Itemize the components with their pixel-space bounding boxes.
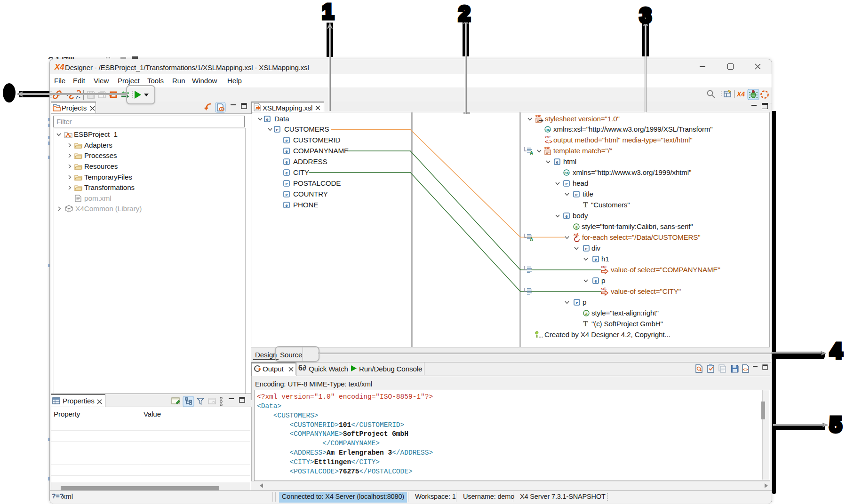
svg-text:e: e: [286, 202, 288, 208]
svg-text:e: e: [286, 170, 288, 175]
svg-text:e: e: [575, 191, 578, 197]
svg-text:e: e: [286, 159, 288, 165]
svg-text:xsl:: xsl:: [601, 265, 607, 268]
svg-text:<>: <>: [743, 367, 748, 372]
svg-text:e: e: [276, 126, 279, 132]
svg-text:e: e: [576, 299, 578, 305]
svg-text:e: e: [286, 191, 288, 197]
svg-text:e: e: [566, 213, 568, 219]
svg-text:e: e: [286, 137, 288, 143]
svg-text:e: e: [566, 181, 568, 186]
svg-text:xsl:: xsl:: [544, 146, 550, 150]
svg-text:e: e: [266, 116, 269, 122]
svg-text:e: e: [585, 245, 588, 251]
svg-text:xsl:: xsl:: [535, 114, 541, 118]
svg-text:a: a: [575, 225, 578, 229]
svg-text:e: e: [595, 256, 597, 262]
svg-text:ns: ns: [564, 171, 569, 175]
svg-text:e: e: [595, 278, 597, 284]
svg-text:A: A: [530, 237, 533, 242]
svg-text:xsl:: xsl:: [545, 135, 551, 139]
svg-text:a: a: [585, 311, 588, 315]
svg-text:A: A: [530, 150, 533, 155]
svg-text:X4: X4: [736, 90, 745, 98]
svg-text:e: e: [286, 148, 288, 154]
svg-text:xsl:: xsl:: [574, 233, 579, 236]
svg-text:<.>: <.>: [545, 139, 552, 144]
svg-text:xsl:: xsl:: [601, 287, 607, 290]
svg-text:e: e: [556, 159, 559, 165]
svg-text:ns: ns: [545, 127, 550, 132]
svg-text:e: e: [286, 181, 288, 186]
